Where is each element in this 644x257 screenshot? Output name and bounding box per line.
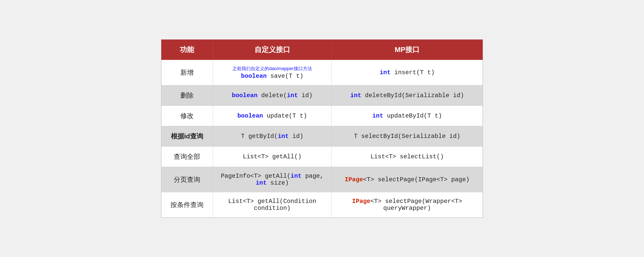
cell-mp: IPage<T> selectPage(Wrapper<T> queryWrap… bbox=[332, 192, 483, 217]
cell-mp: List<T> selectList() bbox=[332, 147, 483, 167]
main-table-container: 功能 自定义接口 MP接口 新增之前我们自定义的dao/mapper接口方法bo… bbox=[161, 39, 483, 218]
cell-custom: T getById(int id) bbox=[213, 126, 332, 147]
cell-feature: 新增 bbox=[162, 60, 213, 85]
cell-custom: boolean update(T t) bbox=[213, 106, 332, 126]
header-feature: 功能 bbox=[162, 40, 213, 60]
cell-feature: 修改 bbox=[162, 106, 213, 126]
cell-feature: 按条件查询 bbox=[162, 192, 213, 217]
cell-custom: PageInfo<T> getAll(int page, int size) bbox=[213, 167, 332, 192]
table-header-row: 功能 自定义接口 MP接口 bbox=[162, 40, 483, 60]
cell-custom: 之前我们自定义的dao/mapper接口方法boolean save(T t) bbox=[213, 60, 332, 85]
cell-mp: int insert(T t) bbox=[332, 60, 483, 85]
cell-mp: int updateById(T t) bbox=[332, 106, 483, 126]
cell-mp: T selectById(Serializable id) bbox=[332, 126, 483, 147]
cell-custom: List<T> getAll() bbox=[213, 147, 332, 167]
comparison-table: 功能 自定义接口 MP接口 新增之前我们自定义的dao/mapper接口方法bo… bbox=[161, 40, 483, 217]
table-row: 修改boolean update(T t)int updateById(T t) bbox=[162, 106, 483, 126]
cell-mp: IPage<T> selectPage(IPage<T> page) bbox=[332, 167, 483, 192]
header-custom: 自定义接口 bbox=[213, 40, 332, 60]
table-row: 删除boolean delete(int id)int deleteById(S… bbox=[162, 85, 483, 106]
cell-custom: List<T> getAll(Condition condition) bbox=[213, 192, 332, 217]
cell-feature: 删除 bbox=[162, 85, 213, 106]
cell-mp: int deleteById(Serializable id) bbox=[332, 85, 483, 106]
table-row: 按条件查询List<T> getAll(Condition condition)… bbox=[162, 192, 483, 217]
table-row: 分页查询PageInfo<T> getAll(int page, int siz… bbox=[162, 167, 483, 192]
cell-custom: boolean delete(int id) bbox=[213, 85, 332, 106]
cell-feature: 根据id查询 bbox=[162, 126, 213, 147]
table-row: 新增之前我们自定义的dao/mapper接口方法boolean save(T t… bbox=[162, 60, 483, 85]
table-row: 根据id查询T getById(int id)T selectById(Seri… bbox=[162, 126, 483, 147]
cell-feature: 查询全部 bbox=[162, 147, 213, 167]
table-row: 查询全部List<T> getAll()List<T> selectList() bbox=[162, 147, 483, 167]
cell-feature: 分页查询 bbox=[162, 167, 213, 192]
table-body: 新增之前我们自定义的dao/mapper接口方法boolean save(T t… bbox=[162, 60, 483, 217]
header-mp: MP接口 bbox=[332, 40, 483, 60]
